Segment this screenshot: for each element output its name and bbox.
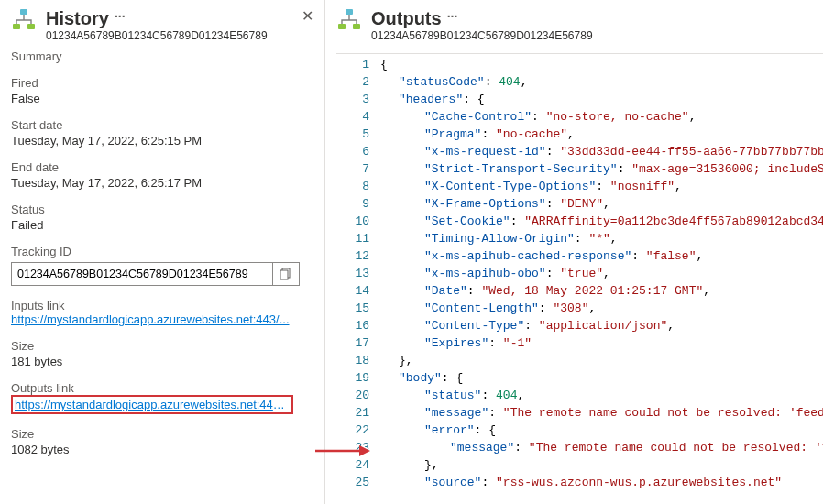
outputs-subtitle: 01234A56789B01234C56789D01234E56789 [371, 29, 593, 42]
svg-rect-4 [280, 270, 288, 279]
more-icon[interactable]: ··· [447, 5, 458, 27]
svg-rect-7 [346, 9, 353, 15]
outputs-title: Outputs ··· [371, 7, 593, 29]
inputs-size-value: 181 bytes [11, 355, 313, 368]
outputs-panel: Outputs ··· 01234A56789B01234C56789D0123… [325, 0, 834, 504]
inputs-link[interactable]: https://mystandardlogicapp.azurewebsites… [11, 312, 313, 326]
history-panel: ✕ History ··· 01234A56789B01234C56789D01… [0, 0, 325, 504]
history-title: History ··· [46, 7, 268, 29]
close-icon[interactable]: ✕ [302, 7, 313, 25]
status-value: Failed [11, 218, 313, 232]
tracking-id-field [11, 262, 300, 286]
start-date-value: Tuesday, May 17, 2022, 6:25:15 PM [11, 134, 313, 148]
tracking-id-input[interactable] [12, 265, 272, 283]
svg-marker-6 [359, 445, 370, 456]
svg-rect-9 [353, 24, 360, 29]
tracking-id-label: Tracking ID [11, 245, 313, 258]
svg-rect-0 [20, 9, 27, 15]
end-date-value: Tuesday, May 17, 2022, 6:25:17 PM [11, 176, 313, 190]
inputs-link-label: Inputs link [11, 299, 313, 312]
outputs-link[interactable]: https://mystandardlogicapp.azurewebsites… [15, 398, 290, 411]
logic-app-icon [11, 7, 37, 33]
fired-label: Fired [11, 76, 313, 90]
start-date-label: Start date [11, 118, 313, 132]
callout-highlight: https://mystandardlogicapp.azurewebsites… [11, 395, 293, 414]
line-number-gutter: 1234567891011121314151617181920212223242… [336, 54, 377, 493]
code-editor[interactable]: 1234567891011121314151617181920212223242… [336, 53, 823, 493]
svg-rect-1 [13, 24, 20, 29]
summary-heading: Summary [11, 49, 313, 63]
more-icon[interactable]: ··· [115, 5, 126, 27]
status-label: Status [11, 203, 313, 216]
inputs-size-label: Size [11, 339, 313, 353]
svg-rect-2 [27, 24, 35, 29]
copy-icon[interactable] [272, 263, 299, 285]
logic-app-icon [336, 7, 362, 33]
fired-value: False [11, 92, 313, 105]
end-date-label: End date [11, 160, 313, 174]
code-content[interactable]: {"statusCode": 404,"headers": {"Cache-Co… [377, 54, 823, 493]
arrow-icon [315, 442, 370, 460]
history-subtitle: 01234A56789B01234C56789D01234E56789 [46, 29, 268, 42]
svg-rect-8 [338, 24, 346, 29]
outputs-size-value: 1082 bytes [11, 443, 313, 456]
outputs-link-label: Outputs link [11, 381, 313, 395]
outputs-size-label: Size [11, 427, 313, 441]
